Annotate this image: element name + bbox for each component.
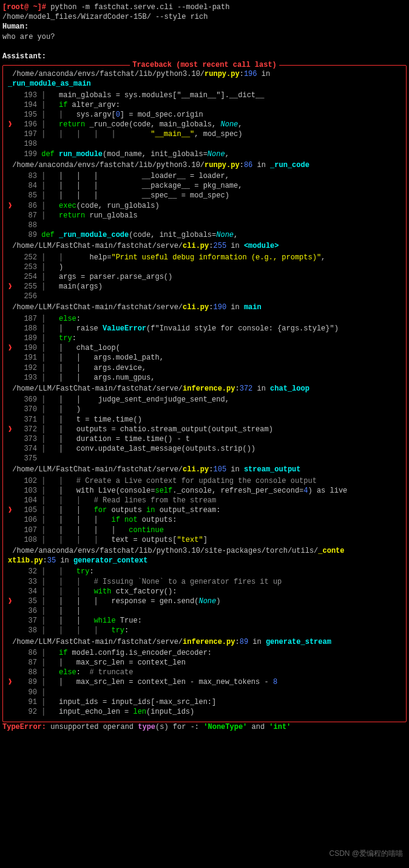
code-block-5: 369 │ │ │ judge_sent_end=judge_sent_end,… (8, 395, 401, 463)
traceback-title: Traceback (most recent call last) (130, 60, 279, 70)
code-block-6: 102 │ │ # Create a Live context for upda… (8, 476, 401, 545)
code-block-1: 193 │ main_globals = sys.modules["__main… (8, 91, 401, 159)
human-label: Human: (2, 22, 407, 32)
frame-location-4: /home/LLM/FastChat-main/fastchat/serve/c… (8, 302, 401, 312)
code-block-2: 83 │ │ │ │ __loader__ = loader, 84 │ │ │… (8, 171, 401, 240)
command-line: [root@ ~]# python -m fastchat.serve.cli … (2, 2, 407, 22)
frame-location-6: /home/LLM/FastChat-main/fastchat/serve/c… (8, 465, 401, 474)
frame-location-7: /home/anaconda/envs/fastchat/lib/python3… (8, 546, 401, 566)
frame-location-3: /home/LLM/FastChat-main/fastchat/serve/c… (8, 241, 401, 251)
frame-location-2: /home/anaconda/envs/fastchat/lib/python3… (8, 160, 401, 170)
error-line: TypeError: unsupported operand type(s) f… (2, 722, 407, 732)
code-block-7: 32 │ │ try: 33 │ │ │ # Issuing `None` to… (8, 567, 401, 635)
human-input: who are you? (2, 32, 407, 42)
frame-location-1: /home/anaconda/envs/fastchat/lib/python3… (8, 69, 401, 89)
traceback-frame: Traceback (most recent call last) /home/… (2, 65, 407, 722)
code-block-3: 252 │ │ help="Print useful debug informa… (8, 253, 401, 302)
frame-location-5: /home/LLM/FastChat-main/fastchat/serve/i… (8, 384, 401, 394)
code-block-4: 187 │ else: 188 │ │ raise ValueError(f"I… (8, 314, 401, 383)
frame-location-8: /home/LLM/FastChat-main/fastchat/serve/i… (8, 637, 401, 647)
code-block-8: 86 │ if model.config.is_encoder_decoder:… (8, 648, 401, 717)
terminal[interactable]: [root@ ~]# python -m fastchat.serve.cli … (2, 2, 407, 732)
current-line-marker: ❱ (8, 120, 15, 129)
